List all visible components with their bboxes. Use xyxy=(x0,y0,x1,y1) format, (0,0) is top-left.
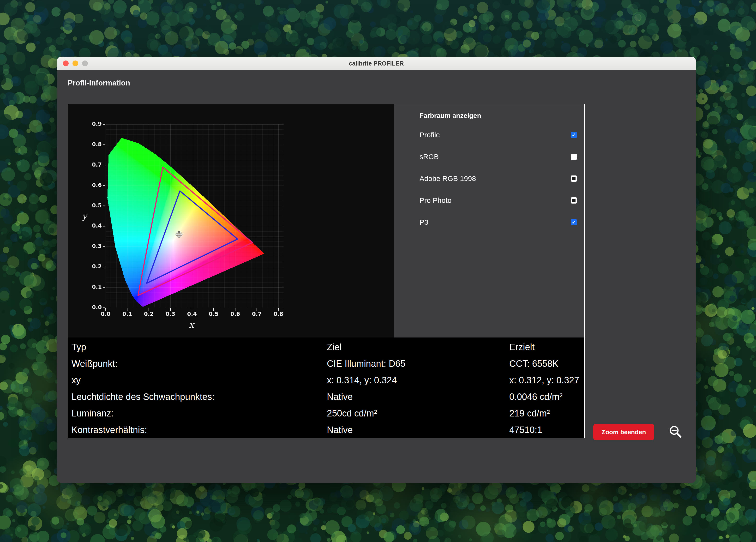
window-titlebar[interactable]: calibrite PROFILER xyxy=(57,57,696,70)
profile-content-panel: Farbraum anzeigen Profile✓sRGBAdobe RGB … xyxy=(68,104,585,438)
colorspace-label-p3: P3 xyxy=(420,218,428,226)
profile-info-table: TypZielErzieltWeißpunkt:CIE Illuminant: … xyxy=(68,337,584,438)
app-window: calibrite PROFILER Profil-Information Fa… xyxy=(57,57,696,483)
colorspace-row-pro-photo: Pro Photo xyxy=(420,193,577,208)
zoom-out-icon[interactable] xyxy=(669,425,682,438)
checkbox-adobe-rgb-1998[interactable] xyxy=(571,175,577,182)
colorspace-row-profile: Profile✓ xyxy=(420,128,577,142)
minimize-button[interactable] xyxy=(72,60,78,66)
colorspace-row-adobe-rgb-1998: Adobe RGB 1998 xyxy=(420,171,577,186)
colorspace-row-p3: P3✓ xyxy=(420,215,577,229)
table-cell: Luminanz: xyxy=(68,405,327,422)
colorspace-row-srgb: sRGB xyxy=(420,150,577,164)
table-cell: Leuchtdichte des Schwachpunktes: xyxy=(68,389,327,405)
table-cell: Kontrastverhältnis: xyxy=(68,422,327,438)
checkbox-pro-photo[interactable] xyxy=(571,197,577,204)
checkbox-profile[interactable]: ✓ xyxy=(571,132,577,138)
table-cell: Weißpunkt: xyxy=(68,355,327,372)
zoom-end-button[interactable]: Zoom beenden xyxy=(593,424,654,440)
table-cell: 219 cd/m² xyxy=(509,405,584,422)
colorspace-label-profile: Profile xyxy=(420,131,440,139)
table-cell: x: 0.312, y: 0.327 xyxy=(509,372,584,389)
checkbox-p3[interactable]: ✓ xyxy=(571,219,577,225)
table-cell: Native xyxy=(327,389,509,405)
table-cell: Native xyxy=(327,422,509,438)
page-title: Profil-Information xyxy=(68,79,130,87)
table-header-cell: Ziel xyxy=(327,339,509,355)
checkbox-srgb[interactable] xyxy=(571,154,577,160)
table-cell: xy xyxy=(68,372,327,389)
table-header-cell: Typ xyxy=(68,339,327,355)
colorspace-label-adobe-rgb-1998: Adobe RGB 1998 xyxy=(420,175,476,182)
table-cell: 47510:1 xyxy=(509,422,584,438)
colorspace-label-pro-photo: Pro Photo xyxy=(420,196,451,204)
close-button[interactable] xyxy=(63,60,69,66)
table-cell: 250cd cd/m² xyxy=(327,405,509,422)
colorspace-panel-heading: Farbraum anzeigen xyxy=(420,112,481,120)
fullscreen-button xyxy=(82,60,88,66)
table-cell: CIE Illuminant: D65 xyxy=(327,355,509,372)
table-cell: x: 0.314, y: 0.324 xyxy=(327,372,509,389)
table-cell: CCT: 6558K xyxy=(509,355,584,372)
window-title: calibrite PROFILER xyxy=(57,57,696,70)
colorspace-label-srgb: sRGB xyxy=(420,153,439,161)
colorspace-panel: Farbraum anzeigen Profile✓sRGBAdobe RGB … xyxy=(394,104,584,337)
chromaticity-diagram[interactable] xyxy=(68,104,394,337)
table-header-cell: Erzielt xyxy=(509,339,584,355)
table-cell: 0.0046 cd/m² xyxy=(509,389,584,405)
